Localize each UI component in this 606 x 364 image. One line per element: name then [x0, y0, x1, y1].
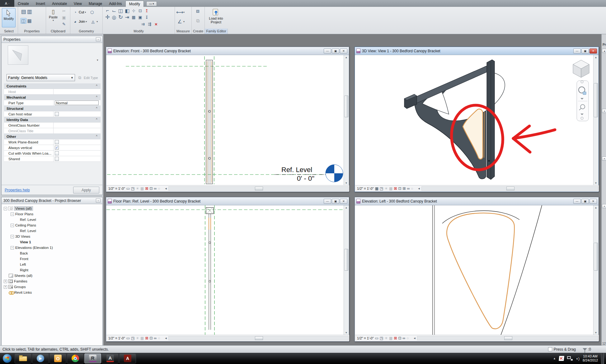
trim-extend-icon[interactable]: ⇥ — [124, 14, 130, 20]
join-geometry-button[interactable]: Join — [79, 20, 85, 23]
expand-icon[interactable]: + — [4, 280, 7, 283]
taskbar-chrome-button[interactable] — [67, 353, 84, 363]
close-button[interactable]: ✕ — [590, 199, 597, 204]
copy-to-clipboard-icon[interactable]: ▣ — [61, 15, 67, 20]
unjoin-icon[interactable]: ◬ — [90, 19, 96, 24]
scroll-left-icon[interactable]: ◄ — [164, 187, 167, 190]
property-row-omniclass-title[interactable]: OmniClass Title — [4, 128, 101, 134]
tab-annotate[interactable]: Annotate — [49, 1, 70, 7]
clipped-panel-button[interactable]: ◂ — [602, 49, 606, 53]
rotate-icon[interactable]: ↻ — [118, 14, 124, 20]
panel-label-select[interactable]: Select — [0, 29, 18, 34]
sun-path-icon[interactable]: ☀ — [384, 336, 388, 340]
match-type-icon[interactable]: ✎ — [61, 21, 67, 27]
tab-modify[interactable]: Modify — [125, 1, 144, 7]
property-row-part-type[interactable]: Part TypeNormal — [4, 100, 101, 106]
horizontal-scrollbar[interactable] — [168, 336, 349, 340]
visual-style-icon[interactable]: ◳ — [131, 336, 134, 340]
paste-button[interactable]: ▯ Paste ▾ — [47, 7, 59, 22]
scroll-down-icon[interactable]: ▼ — [594, 330, 598, 335]
shared-checkbox[interactable] — [55, 157, 59, 161]
scrollbar-thumb[interactable] — [506, 187, 514, 190]
scale-icon[interactable]: ⇶ — [147, 21, 153, 27]
sun-path-icon[interactable]: ☀ — [384, 186, 388, 191]
section-header-other[interactable]: Other^ — [4, 134, 101, 139]
close-button[interactable]: ✕ — [590, 49, 597, 54]
create-group-icon[interactable]: ⧈ — [195, 8, 201, 14]
sun-path-icon[interactable]: ☀ — [136, 186, 139, 191]
palette-close-icon[interactable]: ▫ — [96, 37, 101, 41]
property-row-always-vertical[interactable]: Always vertical✓ — [4, 145, 101, 151]
measure-icon[interactable]: ⟷ — [177, 9, 183, 15]
tab-manage[interactable]: Manage — [85, 1, 106, 7]
minimize-button[interactable]: — — [573, 199, 581, 204]
crop-region-icon[interactable]: ⊡ — [398, 186, 402, 191]
panel-label-modify[interactable]: Modify — [103, 29, 175, 34]
press-drag-checkbox[interactable] — [548, 347, 552, 351]
tree-item-ref-level-floor[interactable]: Ref. Level — [4, 217, 102, 222]
left-elevation-canvas[interactable] — [355, 205, 594, 335]
tree-item-groups[interactable]: +Groups — [4, 284, 102, 290]
type-selector-dropdown[interactable]: Family: Generic Models ▼ — [7, 74, 75, 81]
property-row-omniclass-number[interactable]: OmniClass Number — [4, 123, 101, 128]
reveal-hidden-icon[interactable]: ○ — [411, 186, 413, 191]
application-menu-button[interactable]: A▾ — [0, 0, 14, 7]
floor-plan-canvas[interactable] — [106, 205, 344, 335]
scrollbar-thumb[interactable] — [255, 187, 263, 190]
offset-icon[interactable]: ⇉ — [140, 21, 146, 27]
properties-palette-icon[interactable]: ▤ — [21, 9, 26, 14]
tree-item-left[interactable]: Left — [4, 262, 102, 267]
properties-palette-titlebar[interactable]: Properties ▫ — [2, 36, 102, 43]
properties-help-link[interactable]: Properties help — [5, 188, 30, 192]
solid-icon[interactable]: ⬡ — [89, 9, 95, 15]
property-row-shared[interactable]: Shared — [4, 156, 101, 162]
collapse-icon[interactable]: − — [11, 224, 14, 227]
view-scale[interactable]: 1/2" = 1'-0" — [108, 336, 125, 340]
shadows-icon[interactable]: ▩ — [140, 336, 144, 340]
panel-label-measure[interactable]: Measure — [175, 29, 192, 34]
crop-view-icon[interactable]: ⊠ — [394, 336, 397, 340]
volume-tray-icon[interactable]: ◖) — [576, 356, 580, 361]
taskbar-revit-button[interactable]: R — [84, 353, 101, 363]
reveal-hidden-icon[interactable]: ○ — [158, 336, 160, 340]
tree-item-elevations[interactable]: −Elevations (Elevation 1) — [4, 245, 102, 250]
minimize-button[interactable]: — — [324, 49, 331, 54]
reveal-hidden-icon[interactable]: ○ — [406, 336, 409, 340]
property-row-host[interactable]: Host — [4, 89, 101, 95]
always-vertical-checkbox[interactable]: ✓ — [55, 146, 59, 150]
section-header-mechanical[interactable]: Mechanical^ — [4, 95, 101, 100]
close-button[interactable]: ✕ — [340, 49, 347, 54]
taskbar-explorer-button[interactable] — [15, 353, 31, 363]
scroll-left-icon[interactable]: ◄ — [417, 187, 420, 190]
scroll-left-icon[interactable]: ◄ — [413, 337, 416, 340]
split-element-icon[interactable]: ◫ — [118, 8, 124, 13]
crop-region-icon[interactable]: ⊡ — [150, 336, 153, 340]
coincident-icon[interactable]: ⊹ — [131, 8, 137, 13]
tree-item-floor-plans[interactable]: −Floor Plans — [4, 211, 102, 217]
tree-item-back[interactable]: Back — [4, 250, 102, 256]
restore-button[interactable]: ▣ — [581, 49, 589, 54]
tree-item-families[interactable]: +Families — [4, 278, 102, 284]
filter-icon[interactable] — [583, 348, 587, 351]
tree-item-3d-views[interactable]: −3D Views — [4, 234, 102, 239]
create-similar-icon[interactable]: ⧉ — [195, 18, 201, 24]
window-titlebar[interactable]: Elevation: Front - 300 Bedford Canopy Br… — [106, 47, 349, 55]
network-tray-icon[interactable] — [567, 356, 573, 361]
tree-item-revit-links[interactable]: Revit Links — [4, 290, 102, 295]
shadows-icon[interactable]: ▩ — [389, 336, 392, 340]
work-plane-based-checkbox[interactable] — [55, 140, 59, 144]
scroll-up-icon[interactable]: ▲ — [344, 205, 349, 210]
vertical-scrollbar[interactable]: ▲ ▼ — [593, 55, 598, 185]
scroll-up-icon[interactable]: ▲ — [594, 55, 598, 60]
taskbar-acrobat-button[interactable]: A — [119, 353, 136, 363]
scroll-up-icon[interactable]: ▲ — [594, 205, 598, 210]
temporary-hide-icon[interactable]: ∞ — [407, 186, 410, 191]
mirror-icon[interactable]: ◧ — [124, 8, 130, 13]
tree-item-views-all[interactable]: −Views (all) — [4, 206, 102, 211]
detail-level-icon[interactable]: ▭ — [126, 336, 130, 340]
detail-level-icon[interactable]: ▦ — [375, 186, 378, 191]
clipped-panel-button[interactable]: ▪ — [602, 109, 606, 113]
section-header-identity-data[interactable]: Identity Data^ — [4, 117, 101, 123]
clipped-panel-button[interactable]: ▪ — [602, 156, 606, 161]
close-button[interactable]: ✕ — [340, 199, 347, 204]
